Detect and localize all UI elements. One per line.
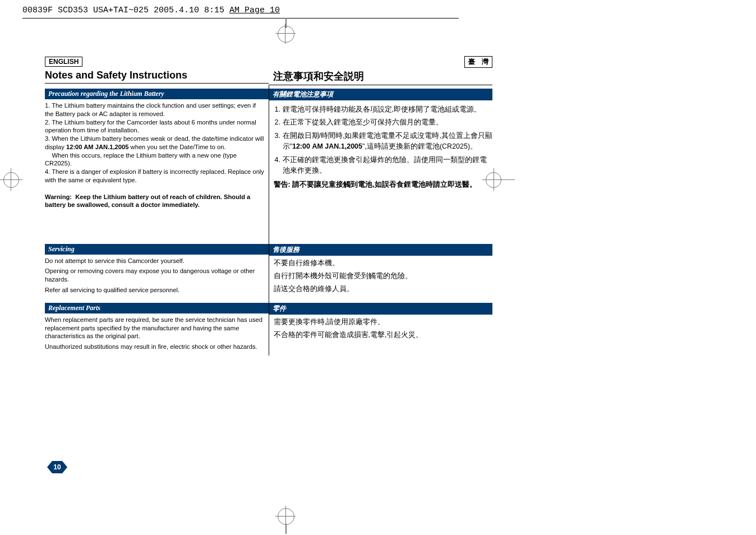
rs3l1: 需要更換零件時,請使用原廠零件。 [274,317,493,328]
page-number-text: 10 [53,463,61,471]
li3b: 12:00 AM JAN.1,2005 [66,144,129,150]
rs2l3: 請送交合格的維修人員。 [274,284,493,294]
s2l1: Do not attempt to service this Camcorder… [45,257,265,265]
warning-right: 警告: 請不要讓兒童接觸到電池,如誤吞食鋰電池時請立即送醫。 [274,179,493,190]
rs2l2: 自行打開本機外殼可能會受到觸電的危險。 [274,271,493,282]
section1-body-right: 鋰電池可保持時鐘功能及各項設定,即使移開了電池組或電源。 在正常下從裝入鋰電池至… [269,100,493,241]
li2: The Lithium battery for the Camcorder la… [45,119,256,134]
page-footer: 10 [22,443,538,494]
s2l3: Refer all servicing to qualified service… [45,286,265,294]
section-bar-servicing-right: 售後服務 [269,244,493,256]
warning-left: Warning: Keep the Lithium battery out of… [45,193,265,210]
page-number-badge: 10 [47,461,67,473]
header-ampage: AM Page [229,6,270,15]
section3-body-left: When replacement parts are required, be … [45,313,269,356]
registration-mark-left [0,168,24,191]
crop-mark-bottom [278,508,294,531]
section-bar-servicing-left: Servicing [45,244,269,255]
rli3c: ",這時請更換新的鋰電池(CR2025)。 [362,142,477,150]
header-prefix: 00839F SCD353 USA+TAI~025 2005.4.10 8:15 [22,6,229,15]
section1-body-left: 1. The Lithium battery maintains the clo… [45,99,269,211]
section-bar-parts-right: 零件 [269,303,493,315]
header-pageno: 10 [270,6,280,15]
li3c: when you set the Date/Time to on. [128,144,225,150]
s3l2: Unauthorized substitutions may result in… [45,343,265,351]
rli2: 在正常下從裝入鋰電池至少可保持六個月的電量。 [283,117,493,128]
section-bar-lithium-left: Precaution regarding the Lithium Battery [45,89,269,99]
rli4: 不正確的鋰電池更換會引起爆炸的危險。請使用同一類型的鋰電池來作更換。 [283,155,493,177]
top-rule [22,18,459,19]
registration-mark-right [481,168,515,191]
warn-label: Warning: [45,193,72,200]
li1: The Lithium battery maintains the clock … [45,102,256,117]
section2-body-left: Do not attempt to service this Camcorder… [45,255,269,299]
crop-mark-top [278,18,294,35]
section-bar-parts-left: Replacement Parts [45,303,269,313]
s3l1: When replacement parts are required, be … [45,316,265,340]
s2l2: Opening or removing covers may expose yo… [45,267,265,284]
li3d: When this occurs, replace the Lithium ba… [45,152,237,167]
print-header: 00839F SCD353 USA+TAI~025 2005.4.10 8:15… [22,6,280,15]
warn-text: Keep the Lithium battery out of reach of… [45,193,250,209]
section2-body-right: 不要自行維修本機。 自行打開本機外殼可能會受到觸電的危險。 請送交合格的維修人員… [269,256,493,299]
section-bar-lithium-right: 有關鋰電池注意事項 [269,89,493,100]
rs3l2: 不合格的零件可能會造成損害,電擊,引起火災。 [274,330,493,340]
rli3: 在開啟日期/時間時,如果鋰電池電量不足或沒電時,其位置上會只顯示"12:00 A… [283,131,493,153]
section3-body-right: 需要更換零件時,請使用原廠零件。 不合格的零件可能會造成損害,電擊,引起火災。 [269,315,493,345]
li4: There is a danger of explosion if batter… [45,168,264,183]
rli3b: 12:00 AM JAN.1,2005 [292,142,362,150]
lang-tag-taiwan: 臺 灣 [464,56,492,68]
rs2l1: 不要自行維修本機。 [274,258,493,269]
doc-title-right: 注意事項和安全説明 [269,70,492,85]
rli1: 鋰電池可保持時鐘功能及各項設定,即使移開了電池組或電源。 [283,104,493,115]
lang-tag-english: ENGLISH [45,57,82,67]
doc-title-left: Notes and Safety Instructions [45,70,269,84]
content-area: ENGLISH 臺 灣 Notes and Safety Instruction… [45,56,492,356]
